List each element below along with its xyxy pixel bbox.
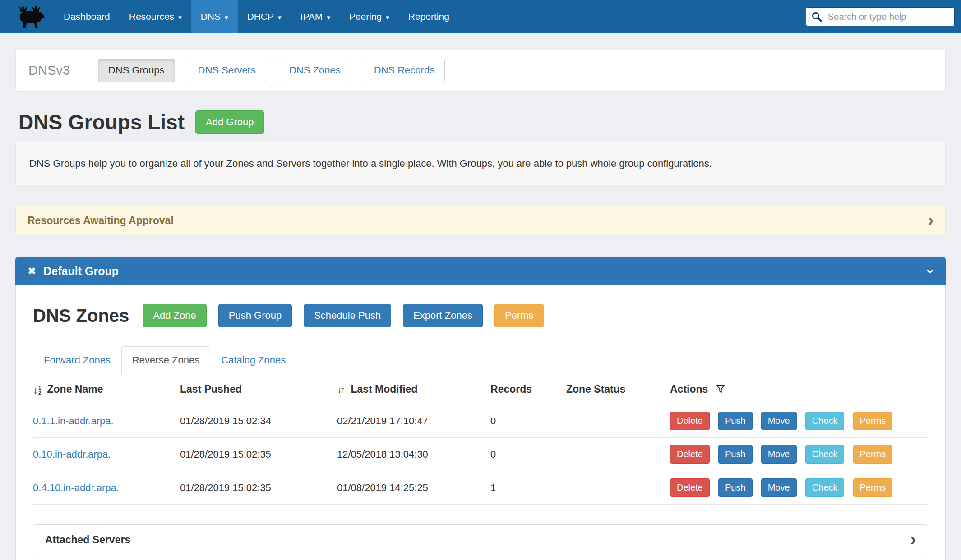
- default-group-header[interactable]: ✖ Default Group ›: [15, 257, 946, 285]
- col-zone-name[interactable]: ↓ 1 2 Zone Name: [33, 374, 180, 404]
- caret-down-icon: ▾: [386, 14, 389, 22]
- col-label: Zone Status: [566, 383, 626, 395]
- nav-label: Dashboard: [64, 11, 110, 22]
- nav-peering[interactable]: Peering ▾: [340, 0, 399, 33]
- perms-button[interactable]: Perms: [853, 445, 893, 464]
- zones-tabs: Forward Zones Reverse Zones Catalog Zone…: [33, 346, 928, 374]
- tab-reverse-zones[interactable]: Reverse Zones: [121, 346, 210, 374]
- move-button[interactable]: Move: [761, 445, 797, 464]
- table-row: 0.4.10.in-addr.arpa. 01/28/2019 15:02:35…: [33, 471, 928, 505]
- chevron-down-icon[interactable]: ›: [923, 269, 939, 274]
- subnav-dns-servers-button[interactable]: DNS Servers: [188, 59, 266, 82]
- sort-icon: ↓↑: [337, 385, 344, 395]
- caret-down-icon: ▾: [225, 14, 228, 22]
- last-pushed-cell: 01/28/2019 15:02:35: [180, 471, 337, 505]
- tab-catalog-zones[interactable]: Catalog Zones: [210, 346, 296, 374]
- nav-label: Reporting: [408, 11, 449, 22]
- zones-table: ↓ 1 2 Zone Name Last Pushed ↓↑ La: [33, 374, 928, 505]
- last-modified-cell: 12/05/2018 13:04:30: [337, 438, 490, 471]
- default-group-panel: ✖ Default Group › DNS Zones Add Zone Pus…: [15, 257, 946, 560]
- subnav-dns-zones-button[interactable]: DNS Zones: [279, 59, 351, 82]
- records-cell: 0: [490, 404, 566, 438]
- tab-forward-zones[interactable]: Forward Zones: [33, 346, 121, 374]
- zone-status-cell: [566, 438, 670, 471]
- filter-icon[interactable]: [716, 384, 725, 394]
- zone-status-cell: [566, 471, 670, 505]
- last-pushed-cell: 01/28/2019 15:02:35: [180, 438, 337, 471]
- last-modified-cell: 01/08/2019 14:25:25: [337, 471, 490, 505]
- last-modified-cell: 02/21/2019 17:10:47: [337, 404, 490, 438]
- col-label: Last Modified: [351, 383, 417, 395]
- actions-cell: Delete Push Move Check Perms: [670, 404, 928, 438]
- delete-button[interactable]: Delete: [670, 478, 710, 497]
- col-actions: Actions: [670, 374, 928, 404]
- nav-reporting[interactable]: Reporting: [399, 0, 459, 33]
- attached-servers-accordion[interactable]: Attached Servers ›: [33, 524, 928, 555]
- check-button[interactable]: Check: [805, 478, 845, 497]
- global-search: [806, 7, 955, 26]
- perms-button[interactable]: Perms: [853, 478, 893, 497]
- check-button[interactable]: Check: [805, 412, 845, 430]
- perms-group-button[interactable]: Perms: [494, 304, 544, 327]
- add-group-button[interactable]: Add Group: [195, 110, 264, 134]
- nav-ipam[interactable]: IPAM ▾: [291, 0, 340, 33]
- close-icon[interactable]: ✖: [28, 265, 36, 277]
- sort-numeric-icon: ↓ 1 2: [33, 386, 41, 395]
- col-label: Actions: [670, 383, 708, 395]
- col-last-modified[interactable]: ↓↑ Last Modified: [337, 374, 490, 404]
- nav-dhcp[interactable]: DHCP ▾: [238, 0, 291, 33]
- move-button[interactable]: Move: [761, 412, 797, 430]
- default-group-body: DNS Zones Add Zone Push Group Schedule P…: [15, 285, 946, 560]
- schedule-push-button[interactable]: Schedule Push: [304, 304, 391, 327]
- table-row: 0.1.1.in-addr.arpa. 01/28/2019 15:02:34 …: [33, 404, 928, 438]
- export-zones-button[interactable]: Export Zones: [403, 304, 483, 327]
- actions-cell: Delete Push Move Check Perms: [670, 471, 928, 505]
- push-button[interactable]: Push: [718, 445, 753, 464]
- subnav-dns-groups-button[interactable]: DNS Groups: [98, 59, 175, 82]
- zone-link[interactable]: 0.1.1.in-addr.arpa.: [33, 415, 114, 427]
- subnav-dns-records-button[interactable]: DNS Records: [364, 59, 445, 82]
- dns-zones-toolbar: DNS Zones Add Zone Push Group Schedule P…: [33, 285, 928, 327]
- actions-cell: Delete Push Move Check Perms: [670, 438, 928, 471]
- zone-status-cell: [566, 404, 670, 438]
- add-zone-button[interactable]: Add Zone: [143, 304, 206, 327]
- nav-label: Peering: [349, 11, 382, 22]
- records-cell: 1: [490, 471, 566, 505]
- col-label: Records: [490, 383, 532, 395]
- nav-label: Resources: [129, 11, 174, 22]
- delete-button[interactable]: Delete: [670, 412, 710, 430]
- groups-description: DNS Groups help you to organize all of y…: [15, 141, 946, 187]
- moose-logo-icon[interactable]: [17, 0, 47, 33]
- chevron-right-icon: ›: [928, 212, 933, 229]
- main-nav: Dashboard Resources ▾ DNS ▾ DHCP ▾ IPAM …: [54, 0, 459, 33]
- col-label: Last Pushed: [180, 383, 242, 395]
- records-cell: 0: [490, 438, 566, 471]
- search-icon: [806, 8, 827, 26]
- groups-description-text: DNS Groups help you to organize all of y…: [29, 158, 712, 169]
- push-button[interactable]: Push: [718, 412, 753, 430]
- move-button[interactable]: Move: [761, 478, 797, 497]
- col-label: Zone Name: [47, 383, 103, 395]
- search-input[interactable]: [827, 8, 954, 26]
- check-button[interactable]: Check: [805, 445, 845, 464]
- push-group-button[interactable]: Push Group: [218, 304, 292, 327]
- zone-link[interactable]: 0.10.in-addr.arpa.: [33, 449, 111, 460]
- delete-button[interactable]: Delete: [670, 445, 710, 464]
- col-zone-status: Zone Status: [566, 374, 670, 404]
- page-title: DNS Groups List: [18, 110, 185, 134]
- group-title: Default Group: [43, 265, 119, 278]
- approval-title: Resources Awaiting Approval: [28, 215, 174, 227]
- resources-awaiting-approval-accordion[interactable]: Resources Awaiting Approval ›: [15, 206, 946, 235]
- table-row: 0.10.in-addr.arpa. 01/28/2019 15:02:35 1…: [33, 438, 928, 471]
- nav-dashboard[interactable]: Dashboard: [54, 0, 120, 33]
- top-navbar: Dashboard Resources ▾ DNS ▾ DHCP ▾ IPAM …: [0, 0, 961, 33]
- push-button[interactable]: Push: [718, 478, 753, 497]
- nav-dns[interactable]: DNS ▾: [191, 0, 238, 33]
- nav-label: IPAM: [300, 11, 323, 22]
- col-records: Records: [490, 374, 566, 404]
- caret-down-icon: ▾: [178, 14, 182, 22]
- nav-label: DHCP: [247, 11, 274, 22]
- zone-link[interactable]: 0.4.10.in-addr.arpa.: [33, 482, 119, 493]
- nav-resources[interactable]: Resources ▾: [120, 0, 191, 33]
- perms-button[interactable]: Perms: [853, 412, 893, 430]
